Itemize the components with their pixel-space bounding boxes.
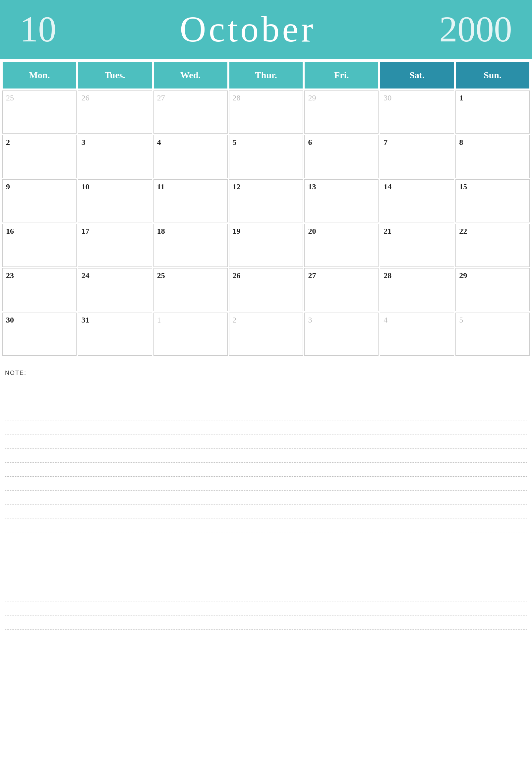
calendar-cell: 3 — [304, 313, 379, 356]
cell-date: 4 — [384, 316, 387, 324]
note-line — [5, 560, 527, 574]
calendar-cell: 6 — [304, 135, 379, 178]
cell-date: 27 — [157, 93, 165, 102]
day-header-thu: Thur. — [229, 62, 303, 89]
calendar-cell: 9 — [2, 179, 77, 222]
cell-date: 22 — [459, 227, 467, 235]
calendar-cell: 26 — [78, 90, 152, 134]
calendar-header: 10 October 2000 — [0, 0, 532, 59]
note-line — [5, 421, 527, 435]
cell-date: 1 — [459, 93, 463, 102]
calendar-cell: 14 — [380, 179, 454, 222]
year: 2000 — [439, 8, 512, 50]
note-line — [5, 574, 527, 588]
calendar-cell: 20 — [304, 224, 379, 267]
cell-date: 2 — [6, 138, 10, 147]
day-header-sun: Sun. — [456, 62, 529, 89]
month-number: 10 — [20, 8, 56, 50]
day-header-sat: Sat. — [380, 62, 454, 89]
day-header-tue: Tues. — [78, 62, 152, 89]
calendar-cell: 30 — [380, 90, 454, 134]
calendar-cell: 10 — [78, 179, 152, 222]
calendar-cell: 22 — [455, 224, 530, 267]
calendar-cell: 28 — [380, 268, 454, 311]
calendar-cell: 25 — [2, 90, 77, 134]
calendar-cell: 17 — [78, 224, 152, 267]
calendar-cell: 28 — [229, 90, 303, 134]
cell-date: 29 — [459, 271, 467, 280]
note-line — [5, 449, 527, 463]
calendar-cell: 3 — [78, 135, 152, 178]
cell-date: 30 — [384, 93, 391, 102]
calendar-page: 10 October 2000 Mon. Tues. Wed. Thur. Fr… — [0, 0, 532, 770]
note-line — [5, 379, 527, 393]
note-line — [5, 588, 527, 602]
note-line — [5, 491, 527, 504]
days-header-row: Mon. Tues. Wed. Thur. Fri. Sat. Sun. — [0, 62, 532, 89]
calendar-cell: 24 — [78, 268, 152, 311]
cell-date: 28 — [233, 93, 241, 102]
calendar-cell: 2 — [229, 313, 303, 356]
calendar-cell: 31 — [78, 313, 152, 356]
cell-date: 1 — [157, 316, 161, 324]
cell-date: 19 — [233, 227, 241, 235]
day-header-mon: Mon. — [3, 62, 76, 89]
calendar-cell: 25 — [153, 268, 228, 311]
cell-date: 7 — [384, 138, 387, 147]
note-line — [5, 435, 527, 449]
cell-date: 17 — [82, 227, 89, 235]
note-line — [5, 463, 527, 477]
cell-date: 2 — [233, 316, 237, 324]
note-line — [5, 532, 527, 546]
calendar-cell: 19 — [229, 224, 303, 267]
cell-date: 12 — [233, 182, 241, 191]
calendar-cell: 15 — [455, 179, 530, 222]
notes-label: NOTE: — [5, 370, 527, 377]
cell-date: 24 — [82, 271, 89, 280]
cell-date: 28 — [384, 271, 391, 280]
calendar-cell: 27 — [153, 90, 228, 134]
cell-date: 18 — [157, 227, 165, 235]
cell-date: 26 — [233, 271, 241, 280]
calendar-cell: 26 — [229, 268, 303, 311]
calendar-cell: 2 — [2, 135, 77, 178]
calendar-cell: 8 — [455, 135, 530, 178]
cell-date: 5 — [459, 316, 463, 324]
calendar-cell: 4 — [153, 135, 228, 178]
cell-date: 6 — [308, 138, 312, 147]
cell-date: 25 — [157, 271, 165, 280]
cell-date: 31 — [82, 316, 89, 324]
calendar-cell: 11 — [153, 179, 228, 222]
cell-date: 13 — [308, 182, 316, 191]
calendar-cell: 1 — [455, 90, 530, 134]
cell-date: 29 — [308, 93, 316, 102]
calendar-cell: 1 — [153, 313, 228, 356]
note-line — [5, 518, 527, 532]
calendar-cell: 13 — [304, 179, 379, 222]
cell-date: 14 — [384, 182, 391, 191]
note-line — [5, 602, 527, 616]
calendar-grid: 2526272829301234567891011121314151617181… — [0, 90, 532, 356]
cell-date: 25 — [6, 93, 14, 102]
cell-date: 9 — [6, 182, 10, 191]
cell-date: 4 — [157, 138, 161, 147]
note-line — [5, 546, 527, 560]
notes-section: NOTE: — [3, 370, 529, 630]
cell-date: 10 — [82, 182, 89, 191]
calendar-cell: 4 — [380, 313, 454, 356]
cell-date: 3 — [308, 316, 312, 324]
calendar-cell: 7 — [380, 135, 454, 178]
cell-date: 26 — [82, 93, 89, 102]
cell-date: 5 — [233, 138, 237, 147]
cell-date: 8 — [459, 138, 463, 147]
cell-date: 23 — [6, 271, 14, 280]
calendar-cell: 30 — [2, 313, 77, 356]
cell-date: 11 — [157, 182, 165, 191]
cell-date: 20 — [308, 227, 316, 235]
note-line — [5, 477, 527, 491]
calendar-cell: 27 — [304, 268, 379, 311]
cell-date: 3 — [82, 138, 86, 147]
cell-date: 30 — [6, 316, 14, 324]
calendar-cell: 5 — [455, 313, 530, 356]
cell-date: 15 — [459, 182, 467, 191]
